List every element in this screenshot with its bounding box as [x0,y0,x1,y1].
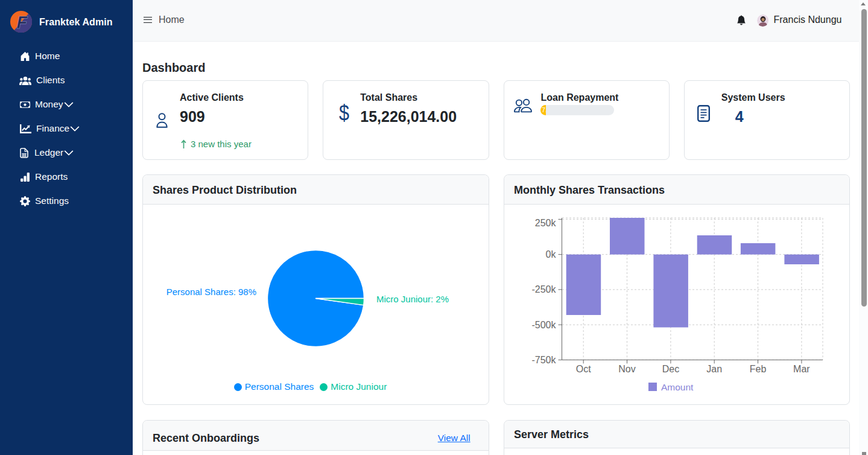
svg-text:Personal Shares: 98%: Personal Shares: 98% [166,287,256,297]
svg-text:Amount: Amount [661,382,694,392]
svg-text:-250k: -250k [531,284,556,294]
svg-text:F: F [16,12,28,32]
svg-text:-500k: -500k [531,320,556,330]
svg-text:250k: 250k [535,218,557,228]
svg-text:Nov: Nov [618,364,635,374]
svg-text:Feb: Feb [750,364,767,374]
svg-text:Oct: Oct [576,364,591,374]
svg-text:Dec: Dec [662,364,679,374]
svg-text:Micro Juniour: 2%: Micro Juniour: 2% [376,294,449,304]
svg-text:Mar: Mar [793,364,810,374]
svg-text:Jan: Jan [706,364,722,374]
svg-text:-750k: -750k [531,355,556,365]
svg-text:0k: 0k [546,249,557,259]
